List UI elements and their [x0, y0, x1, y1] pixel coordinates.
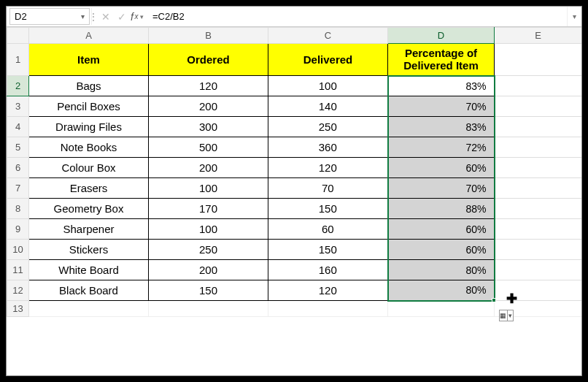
row-header-11[interactable]: 11	[7, 260, 29, 280]
cell-B1[interactable]: Ordered	[149, 44, 268, 76]
spreadsheet-grid[interactable]: A B C D E 1ItemOrderedDeliveredPercentag…	[7, 27, 582, 317]
col-header-D[interactable]: D	[388, 28, 495, 44]
cell-C10[interactable]: 150	[268, 240, 388, 260]
cell-E8[interactable]	[495, 199, 582, 219]
cell-B13[interactable]	[149, 301, 268, 317]
cell-C12[interactable]: 120	[268, 280, 388, 301]
cell-C11[interactable]: 160	[268, 260, 388, 280]
cell-B4[interactable]: 300	[149, 117, 268, 137]
cell-B10[interactable]: 250	[149, 240, 268, 260]
cell-E11[interactable]	[495, 260, 582, 280]
cell-D7[interactable]: 70%	[388, 178, 495, 199]
name-box[interactable]: D2 ▾	[9, 8, 90, 25]
table-row: 5Note Books50036072%	[7, 137, 582, 158]
cell-C5[interactable]: 360	[268, 137, 388, 158]
row-header-4[interactable]: 4	[7, 117, 29, 137]
row-header-9[interactable]: 9	[7, 219, 29, 240]
cell-D3[interactable]: 70%	[388, 96, 495, 117]
col-header-C[interactable]: C	[268, 28, 388, 44]
cell-D9[interactable]: 60%	[388, 219, 495, 240]
cell-C1[interactable]: Delivered	[268, 44, 388, 76]
cell-D12[interactable]: 80%	[388, 280, 495, 301]
cell-D6[interactable]: 60%	[388, 158, 495, 178]
row-header-13[interactable]: 13	[7, 301, 29, 317]
cell-D10[interactable]: 60%	[388, 240, 495, 260]
cell-A3[interactable]: Pencil Boxes	[29, 96, 149, 117]
cell-B11[interactable]: 200	[149, 260, 268, 280]
cell-A6[interactable]: Colour Box	[29, 158, 149, 178]
cell-C9[interactable]: 60	[268, 219, 388, 240]
cell-A7[interactable]: Erasers	[29, 178, 149, 199]
col-header-B[interactable]: B	[149, 28, 268, 44]
cell-E12[interactable]	[495, 280, 582, 301]
row-header-1[interactable]: 1	[7, 44, 29, 76]
cell-C3[interactable]: 140	[268, 96, 388, 117]
cell-E6[interactable]	[495, 158, 582, 178]
cell-D5[interactable]: 72%	[388, 137, 495, 158]
enter-icon[interactable]: ✓	[115, 11, 129, 23]
select-all-corner[interactable]	[7, 28, 29, 44]
cell-E9[interactable]	[495, 219, 582, 240]
cell-E7[interactable]	[495, 178, 582, 199]
cell-A5[interactable]: Note Books	[29, 137, 149, 158]
cancel-icon[interactable]: ✕	[98, 11, 113, 23]
cell-D4[interactable]: 83%	[388, 117, 495, 137]
formula-bar-splitter[interactable]: ⋮	[91, 8, 94, 25]
cell-E4[interactable]	[495, 117, 582, 137]
fx-icon[interactable]: fx ▾	[131, 11, 145, 23]
cell-D1[interactable]: Percentage of Delivered Item	[388, 44, 495, 76]
cell-B3[interactable]: 200	[149, 96, 268, 117]
cell-C6[interactable]: 120	[268, 158, 388, 178]
cell-B2[interactable]: 120	[149, 76, 268, 96]
table-row: 4Drawing Files30025083%	[7, 117, 582, 137]
table-row: 9Sharpener1006060%	[7, 219, 582, 240]
formula-bar: D2 ▾ ⋮ ✕ ✓ fx ▾ ▾	[7, 7, 581, 27]
cell-D13[interactable]	[388, 301, 495, 317]
cell-A9[interactable]: Sharpener	[29, 219, 149, 240]
row-header-7[interactable]: 7	[7, 178, 29, 199]
cell-B12[interactable]: 150	[149, 280, 268, 301]
col-header-A[interactable]: A	[29, 28, 149, 44]
cell-E1[interactable]	[495, 44, 582, 76]
row-header-10[interactable]: 10	[7, 240, 29, 260]
cell-D11[interactable]: 80%	[388, 260, 495, 280]
cell-E3[interactable]	[495, 96, 582, 117]
row-header-8[interactable]: 8	[7, 199, 29, 219]
cell-B5[interactable]: 500	[149, 137, 268, 158]
cell-E5[interactable]	[495, 137, 582, 158]
row-header-5[interactable]: 5	[7, 137, 29, 158]
chevron-down-icon[interactable]: ▾	[81, 12, 85, 20]
cell-C13[interactable]	[268, 301, 388, 317]
cell-A2[interactable]: Bags	[29, 76, 149, 96]
formula-bar-buttons: ✕ ✓ fx ▾	[96, 7, 148, 26]
cell-C8[interactable]: 150	[268, 199, 388, 219]
cell-B8[interactable]: 170	[149, 199, 268, 219]
row-header-3[interactable]: 3	[7, 96, 29, 117]
cell-A1[interactable]: Item	[29, 44, 149, 76]
expand-formula-bar-icon[interactable]: ▾	[567, 7, 581, 26]
cell-C2[interactable]: 100	[268, 76, 388, 96]
row-header-12[interactable]: 12	[7, 280, 29, 301]
row-header-6[interactable]: 6	[7, 158, 29, 178]
cell-A4[interactable]: Drawing Files	[29, 117, 149, 137]
row-header-2[interactable]: 2	[7, 76, 29, 96]
cell-A13[interactable]	[29, 301, 149, 317]
cell-B9[interactable]: 100	[149, 219, 268, 240]
cell-A10[interactable]: Stickers	[29, 240, 149, 260]
cell-B6[interactable]: 200	[149, 158, 268, 178]
cell-C4[interactable]: 250	[268, 117, 388, 137]
formula-input[interactable]	[148, 7, 567, 26]
cell-D2[interactable]: 83%	[388, 76, 495, 96]
cell-C7[interactable]: 70	[268, 178, 388, 199]
cell-B7[interactable]: 100	[149, 178, 268, 199]
cell-E10[interactable]	[495, 240, 582, 260]
fill-handle[interactable]	[492, 298, 496, 302]
col-header-E[interactable]: E	[495, 28, 582, 44]
cell-A11[interactable]: White Board	[29, 260, 149, 280]
table-row: 10Stickers25015060%	[7, 240, 582, 260]
cell-A8[interactable]: Geometry Box	[29, 199, 149, 219]
cell-A12[interactable]: Black Board	[29, 280, 149, 301]
cell-D8[interactable]: 88%	[388, 199, 495, 219]
autofill-options-button[interactable]: ▦ ▾	[499, 310, 514, 321]
cell-E2[interactable]	[495, 76, 582, 96]
